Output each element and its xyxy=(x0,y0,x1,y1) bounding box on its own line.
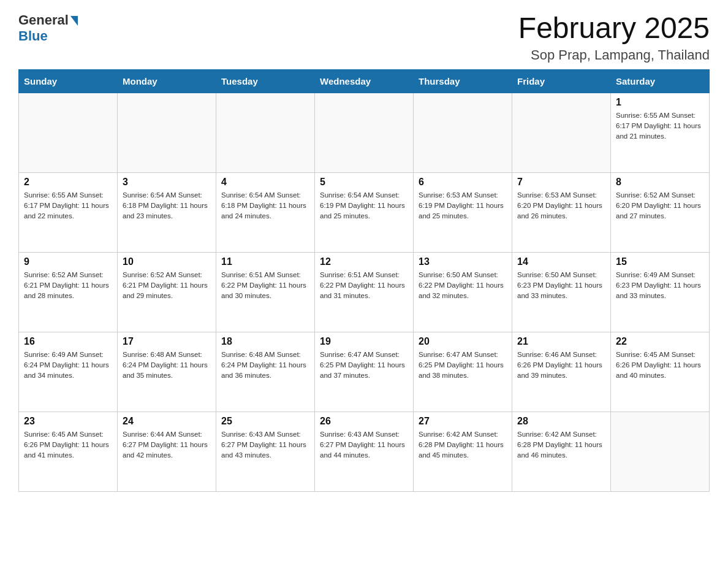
day-info: Sunrise: 6:54 AM Sunset: 6:18 PM Dayligh… xyxy=(123,190,211,222)
calendar-cell xyxy=(512,93,611,172)
weekday-header-tuesday: Tuesday xyxy=(216,69,315,93)
calendar-title: February 2025 xyxy=(518,12,710,45)
calendar-week-row: 16Sunrise: 6:49 AM Sunset: 6:24 PM Dayli… xyxy=(19,332,710,412)
day-info: Sunrise: 6:52 AM Sunset: 6:20 PM Dayligh… xyxy=(616,190,704,222)
day-info: Sunrise: 6:51 AM Sunset: 6:22 PM Dayligh… xyxy=(221,270,309,302)
day-info: Sunrise: 6:48 AM Sunset: 6:24 PM Dayligh… xyxy=(123,350,211,381)
calendar-cell: 2Sunrise: 6:55 AM Sunset: 6:17 PM Daylig… xyxy=(19,172,118,252)
day-number: 2 xyxy=(24,177,112,188)
day-number: 22 xyxy=(616,336,704,347)
day-number: 9 xyxy=(24,256,112,267)
day-number: 7 xyxy=(517,177,605,188)
calendar-week-row: 9Sunrise: 6:52 AM Sunset: 6:21 PM Daylig… xyxy=(19,252,710,332)
day-info: Sunrise: 6:53 AM Sunset: 6:20 PM Dayligh… xyxy=(517,190,605,222)
weekday-header-friday: Friday xyxy=(512,69,611,93)
calendar-cell: 4Sunrise: 6:54 AM Sunset: 6:18 PM Daylig… xyxy=(216,172,315,252)
day-number: 19 xyxy=(320,336,408,347)
day-number: 12 xyxy=(320,256,408,267)
day-number: 6 xyxy=(419,177,507,188)
calendar-cell xyxy=(216,93,315,172)
day-info: Sunrise: 6:45 AM Sunset: 6:26 PM Dayligh… xyxy=(616,350,704,381)
day-number: 8 xyxy=(616,177,704,188)
calendar-cell: 12Sunrise: 6:51 AM Sunset: 6:22 PM Dayli… xyxy=(315,252,414,332)
day-number: 26 xyxy=(320,416,408,427)
calendar-cell: 10Sunrise: 6:52 AM Sunset: 6:21 PM Dayli… xyxy=(118,252,216,332)
day-number: 24 xyxy=(123,416,211,427)
calendar-cell: 28Sunrise: 6:42 AM Sunset: 6:28 PM Dayli… xyxy=(512,412,611,491)
weekday-header-wednesday: Wednesday xyxy=(315,69,414,93)
calendar-cell: 17Sunrise: 6:48 AM Sunset: 6:24 PM Dayli… xyxy=(118,332,216,412)
day-info: Sunrise: 6:43 AM Sunset: 6:27 PM Dayligh… xyxy=(221,429,309,461)
day-number: 15 xyxy=(616,256,704,267)
calendar-cell: 11Sunrise: 6:51 AM Sunset: 6:22 PM Dayli… xyxy=(216,252,315,332)
calendar-subtitle: Sop Prap, Lampang, Thailand xyxy=(518,47,710,63)
logo-arrow-icon xyxy=(70,16,78,26)
day-info: Sunrise: 6:50 AM Sunset: 6:22 PM Dayligh… xyxy=(419,270,507,302)
calendar-cell: 3Sunrise: 6:54 AM Sunset: 6:18 PM Daylig… xyxy=(118,172,216,252)
calendar-cell: 20Sunrise: 6:47 AM Sunset: 6:25 PM Dayli… xyxy=(414,332,512,412)
calendar-cell: 19Sunrise: 6:47 AM Sunset: 6:25 PM Dayli… xyxy=(315,332,414,412)
day-info: Sunrise: 6:53 AM Sunset: 6:19 PM Dayligh… xyxy=(419,190,507,222)
calendar-cell xyxy=(315,93,414,172)
day-info: Sunrise: 6:42 AM Sunset: 6:28 PM Dayligh… xyxy=(517,429,605,461)
calendar-cell: 5Sunrise: 6:54 AM Sunset: 6:19 PM Daylig… xyxy=(315,172,414,252)
day-info: Sunrise: 6:42 AM Sunset: 6:28 PM Dayligh… xyxy=(419,429,507,461)
logo-text-blue: Blue xyxy=(18,28,48,44)
day-number: 25 xyxy=(221,416,309,427)
day-info: Sunrise: 6:43 AM Sunset: 6:27 PM Dayligh… xyxy=(320,429,408,461)
calendar-week-row: 2Sunrise: 6:55 AM Sunset: 6:17 PM Daylig… xyxy=(19,172,710,252)
day-number: 18 xyxy=(221,336,309,347)
day-number: 21 xyxy=(517,336,605,347)
day-info: Sunrise: 6:54 AM Sunset: 6:19 PM Dayligh… xyxy=(320,190,408,222)
day-info: Sunrise: 6:48 AM Sunset: 6:24 PM Dayligh… xyxy=(221,350,309,381)
day-info: Sunrise: 6:50 AM Sunset: 6:23 PM Dayligh… xyxy=(517,270,605,302)
weekday-header-row: SundayMondayTuesdayWednesdayThursdayFrid… xyxy=(19,69,710,93)
weekday-header-thursday: Thursday xyxy=(414,69,512,93)
day-info: Sunrise: 6:49 AM Sunset: 6:23 PM Dayligh… xyxy=(616,270,704,302)
calendar-week-row: 23Sunrise: 6:45 AM Sunset: 6:26 PM Dayli… xyxy=(19,412,710,491)
day-number: 16 xyxy=(24,336,112,347)
day-number: 27 xyxy=(419,416,507,427)
day-info: Sunrise: 6:49 AM Sunset: 6:24 PM Dayligh… xyxy=(24,350,112,381)
page-header: General Blue February 2025 Sop Prap, Lam… xyxy=(18,12,710,63)
calendar-cell: 22Sunrise: 6:45 AM Sunset: 6:26 PM Dayli… xyxy=(611,332,710,412)
calendar-cell: 14Sunrise: 6:50 AM Sunset: 6:23 PM Dayli… xyxy=(512,252,611,332)
day-number: 4 xyxy=(221,177,309,188)
day-info: Sunrise: 6:47 AM Sunset: 6:25 PM Dayligh… xyxy=(419,350,507,381)
calendar-cell xyxy=(414,93,512,172)
calendar-cell xyxy=(118,93,216,172)
day-info: Sunrise: 6:52 AM Sunset: 6:21 PM Dayligh… xyxy=(123,270,211,302)
calendar-week-row: 1Sunrise: 6:55 AM Sunset: 6:17 PM Daylig… xyxy=(19,93,710,172)
calendar-cell: 18Sunrise: 6:48 AM Sunset: 6:24 PM Dayli… xyxy=(216,332,315,412)
day-info: Sunrise: 6:52 AM Sunset: 6:21 PM Dayligh… xyxy=(24,270,112,302)
calendar-cell: 27Sunrise: 6:42 AM Sunset: 6:28 PM Dayli… xyxy=(414,412,512,491)
calendar-cell: 13Sunrise: 6:50 AM Sunset: 6:22 PM Dayli… xyxy=(414,252,512,332)
calendar-cell: 24Sunrise: 6:44 AM Sunset: 6:27 PM Dayli… xyxy=(118,412,216,491)
day-number: 1 xyxy=(616,97,704,108)
calendar-cell: 1Sunrise: 6:55 AM Sunset: 6:17 PM Daylig… xyxy=(611,93,710,172)
calendar-cell: 21Sunrise: 6:46 AM Sunset: 6:26 PM Dayli… xyxy=(512,332,611,412)
day-info: Sunrise: 6:51 AM Sunset: 6:22 PM Dayligh… xyxy=(320,270,408,302)
day-number: 28 xyxy=(517,416,605,427)
calendar-cell xyxy=(611,412,710,491)
calendar-cell: 15Sunrise: 6:49 AM Sunset: 6:23 PM Dayli… xyxy=(611,252,710,332)
day-info: Sunrise: 6:54 AM Sunset: 6:18 PM Dayligh… xyxy=(221,190,309,222)
day-info: Sunrise: 6:46 AM Sunset: 6:26 PM Dayligh… xyxy=(517,350,605,381)
day-info: Sunrise: 6:44 AM Sunset: 6:27 PM Dayligh… xyxy=(123,429,211,461)
calendar-cell xyxy=(19,93,118,172)
calendar-cell: 9Sunrise: 6:52 AM Sunset: 6:21 PM Daylig… xyxy=(19,252,118,332)
calendar-cell: 16Sunrise: 6:49 AM Sunset: 6:24 PM Dayli… xyxy=(19,332,118,412)
day-info: Sunrise: 6:47 AM Sunset: 6:25 PM Dayligh… xyxy=(320,350,408,381)
day-number: 13 xyxy=(419,256,507,267)
calendar-cell: 25Sunrise: 6:43 AM Sunset: 6:27 PM Dayli… xyxy=(216,412,315,491)
day-number: 14 xyxy=(517,256,605,267)
calendar-cell: 8Sunrise: 6:52 AM Sunset: 6:20 PM Daylig… xyxy=(611,172,710,252)
day-number: 17 xyxy=(123,336,211,347)
logo-text-general: General xyxy=(18,12,69,28)
title-section: February 2025 Sop Prap, Lampang, Thailan… xyxy=(518,12,710,63)
day-number: 20 xyxy=(419,336,507,347)
calendar-cell: 6Sunrise: 6:53 AM Sunset: 6:19 PM Daylig… xyxy=(414,172,512,252)
day-number: 3 xyxy=(123,177,211,188)
day-number: 10 xyxy=(123,256,211,267)
logo: General Blue xyxy=(18,12,78,44)
